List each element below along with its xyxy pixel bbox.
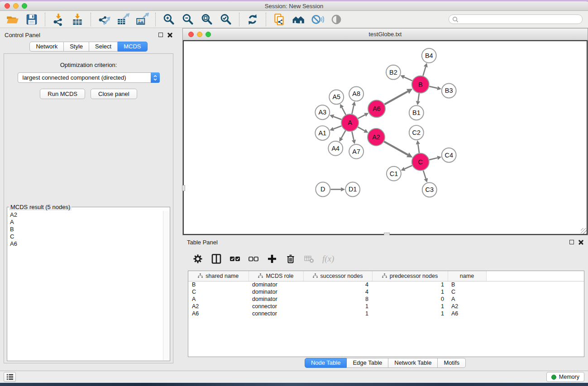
edge-B-B4[interactable] xyxy=(423,67,426,76)
edge-A-A1[interactable] xyxy=(334,126,342,129)
network-canvas[interactable]: B4B2BB3A8A5A6A3B1AA1C2A2A4A7C4CC1C3DD1 xyxy=(183,40,588,235)
node-B3[interactable]: B3 xyxy=(442,84,456,98)
tab-select[interactable]: Select xyxy=(89,42,118,52)
edge-C-C4[interactable] xyxy=(429,158,437,160)
table-row[interactable]: A2connector11A2 xyxy=(188,303,584,310)
node-C1[interactable]: C1 xyxy=(387,167,401,181)
main-titlebar[interactable]: Session: New Session xyxy=(0,1,588,11)
node-D1[interactable]: D1 xyxy=(345,182,360,197)
hide-network-icon[interactable] xyxy=(310,13,325,26)
import-table-icon[interactable] xyxy=(70,13,85,26)
float-panel-icon[interactable] xyxy=(158,33,163,37)
table-row[interactable]: Bdominator41B xyxy=(188,281,584,288)
vertical-scroll-thumb[interactable] xyxy=(182,185,185,191)
edge-A-A7[interactable] xyxy=(352,132,354,140)
node-A5[interactable]: A5 xyxy=(329,90,344,104)
table-settings-gear-icon[interactable] xyxy=(191,253,204,265)
node-B2[interactable]: B2 xyxy=(386,65,401,80)
edge-A6-B[interactable] xyxy=(384,91,407,105)
edge-A-A2[interactable] xyxy=(358,127,365,131)
float-panel-icon[interactable] xyxy=(569,240,574,244)
edge-B-B1[interactable] xyxy=(418,93,419,101)
export-table-icon[interactable] xyxy=(116,13,130,26)
export-image-icon[interactable] xyxy=(135,13,149,26)
table-row[interactable]: A6connector11A6 xyxy=(188,310,584,317)
tab-mcds[interactable]: MCDS xyxy=(118,42,147,52)
node-C[interactable]: C xyxy=(412,153,429,171)
edge-A-A8[interactable] xyxy=(352,105,354,114)
search-input[interactable] xyxy=(459,16,579,23)
node-table[interactable]: shared nameMCDS rolesuccessor nodesprede… xyxy=(188,271,584,357)
run-mcds-button[interactable]: Run MCDS xyxy=(40,89,85,99)
table-row[interactable]: Cdominator41C xyxy=(188,288,584,295)
node-D[interactable]: D xyxy=(316,182,330,197)
edge-A-A4[interactable] xyxy=(341,131,345,138)
edge-C-C1[interactable] xyxy=(405,166,412,169)
edge-C-C3[interactable] xyxy=(423,171,426,179)
deselect-all-icon[interactable] xyxy=(247,253,260,265)
save-session-icon[interactable] xyxy=(24,13,39,26)
add-column-icon[interactable] xyxy=(266,253,278,265)
tab-edge-table[interactable]: Edge Table xyxy=(347,358,388,368)
zoom-fit-icon[interactable] xyxy=(200,13,214,26)
show-view-icon[interactable] xyxy=(329,13,344,26)
home-icon[interactable] xyxy=(291,13,306,26)
node-A6[interactable]: A6 xyxy=(368,100,385,117)
close-panel-icon[interactable] xyxy=(167,33,172,38)
mcds-result-scrollbar[interactable] xyxy=(163,211,169,360)
open-session-icon[interactable] xyxy=(5,13,20,26)
edge-A-A3[interactable] xyxy=(334,116,342,119)
network-window-titlebar[interactable]: testGlobe.txt xyxy=(183,29,588,40)
zoom-selected-icon[interactable] xyxy=(219,13,233,26)
column-header-shared-name[interactable]: shared name xyxy=(188,271,249,281)
column-header-predecessor-nodes[interactable]: predecessor nodes xyxy=(372,271,448,281)
edge-B-B2[interactable] xyxy=(404,77,412,81)
node-A7[interactable]: A7 xyxy=(349,144,363,159)
close-panel-button[interactable]: Close panel xyxy=(91,89,137,99)
edge-A-A6[interactable] xyxy=(358,115,365,119)
node-C4[interactable]: C4 xyxy=(442,148,456,162)
refresh-layout-icon[interactable] xyxy=(245,13,260,26)
mcds-result-item[interactable]: B xyxy=(8,226,163,233)
task-history-button[interactable] xyxy=(4,372,16,382)
tab-network-table[interactable]: Network Table xyxy=(388,358,438,368)
node-A4[interactable]: A4 xyxy=(328,141,343,156)
search-field[interactable] xyxy=(449,14,583,24)
node-B[interactable]: B xyxy=(412,76,429,93)
column-header-MCDS-role[interactable]: MCDS role xyxy=(249,271,303,281)
select-all-icon[interactable] xyxy=(229,253,241,265)
edge-A2-C[interactable] xyxy=(384,142,408,155)
node-A8[interactable]: A8 xyxy=(349,87,363,101)
close-panel-icon[interactable] xyxy=(578,240,583,245)
node-A2[interactable]: A2 xyxy=(368,129,385,146)
tab-network[interactable]: Network xyxy=(29,42,64,52)
edge-A-A5[interactable] xyxy=(342,107,346,114)
table-row[interactable]: Adominator80A xyxy=(188,295,584,303)
tab-motifs[interactable]: Motifs xyxy=(438,358,466,368)
mcds-result-item[interactable]: A2 xyxy=(8,211,163,219)
network-graph[interactable]: B4B2BB3A8A5A6A3B1AA1C2A2A4A7C4CC1C3DD1 xyxy=(184,41,587,234)
node-C3[interactable]: C3 xyxy=(422,183,437,197)
duplicate-network-icon[interactable] xyxy=(272,13,287,26)
window-resize-grip[interactable] xyxy=(581,228,587,234)
node-B4[interactable]: B4 xyxy=(422,48,436,63)
node-B1[interactable]: B1 xyxy=(409,105,424,120)
node-A1[interactable]: A1 xyxy=(315,126,330,140)
mcds-result-list[interactable]: A2ABCA6 xyxy=(8,211,163,360)
edge-B-B3[interactable] xyxy=(429,86,437,88)
column-header-name[interactable]: name xyxy=(448,271,486,281)
column-header-successor-nodes[interactable]: successor nodes xyxy=(303,271,372,281)
export-network-icon[interactable] xyxy=(97,13,111,26)
memory-button[interactable]: Memory xyxy=(546,372,584,382)
mcds-result-item[interactable]: A xyxy=(8,219,163,226)
toggle-column-panel-icon[interactable] xyxy=(210,253,223,265)
edge-C-C2[interactable] xyxy=(418,144,419,153)
node-A[interactable]: A xyxy=(341,114,359,131)
mcds-result-item[interactable]: C xyxy=(8,233,163,240)
optimization-criterion-select[interactable]: largest connected component (directed) xyxy=(18,72,160,83)
delete-rows-trash-icon[interactable] xyxy=(284,253,297,265)
zoom-in-icon[interactable] xyxy=(162,13,176,26)
mcds-result-item[interactable]: A6 xyxy=(8,240,163,248)
import-network-icon[interactable] xyxy=(51,13,66,26)
tab-node-table[interactable]: Node Table xyxy=(305,358,347,368)
